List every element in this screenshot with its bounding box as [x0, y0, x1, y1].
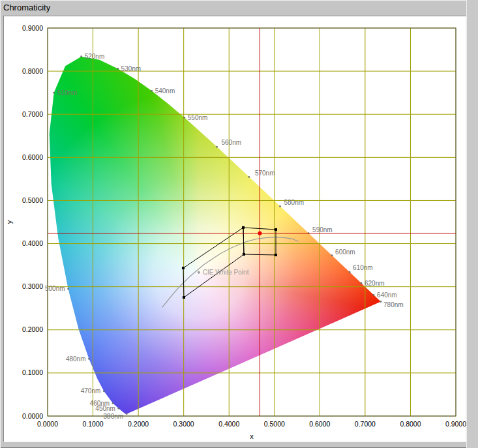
svg-text:480nm: 480nm: [66, 355, 86, 363]
svg-text:0.8000: 0.8000: [22, 67, 43, 75]
svg-text:0.1000: 0.1000: [82, 420, 103, 428]
svg-text:0.0000: 0.0000: [22, 412, 43, 420]
titlebar: Chromaticity: [0, 0, 478, 16]
svg-text:780nm: 780nm: [383, 301, 404, 308]
window-right-strip: [466, 0, 478, 448]
chromaticity-window: Chromaticity 0.00000.10000.20000.30000.4…: [0, 0, 478, 448]
svg-text:540nm: 540nm: [155, 87, 175, 95]
svg-text:0.6000: 0.6000: [22, 153, 43, 161]
svg-text:0.2000: 0.2000: [22, 325, 43, 333]
svg-text:500nm: 500nm: [45, 285, 65, 292]
svg-text:0.8000: 0.8000: [400, 420, 421, 428]
svg-text:530nm: 530nm: [121, 65, 142, 72]
svg-text:0.9000: 0.9000: [22, 24, 43, 32]
svg-text:0.4000: 0.4000: [218, 420, 239, 428]
svg-text:0.3000: 0.3000: [22, 282, 43, 290]
svg-text:620nm: 620nm: [365, 280, 385, 287]
svg-text:580nm: 580nm: [284, 199, 304, 206]
svg-text:0.0000: 0.0000: [37, 420, 58, 428]
svg-text:470nm: 470nm: [81, 387, 101, 395]
svg-text:550nm: 550nm: [188, 114, 208, 121]
svg-text:0.7000: 0.7000: [355, 420, 376, 428]
svg-text:y: y: [5, 220, 13, 224]
svg-text:0.5000: 0.5000: [264, 420, 285, 428]
svg-text:0.2000: 0.2000: [128, 420, 149, 428]
svg-text:460nm: 460nm: [90, 400, 110, 407]
svg-text:0.3000: 0.3000: [173, 420, 194, 428]
svg-text:560nm: 560nm: [222, 139, 242, 146]
svg-text:590nm: 590nm: [312, 226, 333, 233]
svg-text:450nm: 450nm: [95, 405, 115, 412]
svg-text:570nm: 570nm: [255, 170, 275, 177]
svg-text:x: x: [250, 432, 254, 440]
gamut-horseshoe: [48, 28, 456, 416]
svg-text:0.9000: 0.9000: [445, 420, 466, 428]
svg-text:610nm: 610nm: [353, 264, 373, 271]
svg-text:640nm: 640nm: [377, 291, 397, 299]
svg-text:0.6000: 0.6000: [309, 420, 330, 428]
svg-text:600nm: 600nm: [335, 248, 355, 256]
window-title: Chromaticity: [3, 3, 50, 12]
svg-text:0.1000: 0.1000: [22, 368, 43, 376]
svg-text:380nm: 380nm: [104, 413, 124, 420]
svg-text:0.7000: 0.7000: [22, 110, 43, 118]
svg-text:0.4000: 0.4000: [22, 239, 43, 247]
svg-text:0.5000: 0.5000: [22, 196, 43, 204]
chromaticity-panel: 0.00000.10000.20000.30000.40000.50000.60…: [3, 16, 466, 442]
